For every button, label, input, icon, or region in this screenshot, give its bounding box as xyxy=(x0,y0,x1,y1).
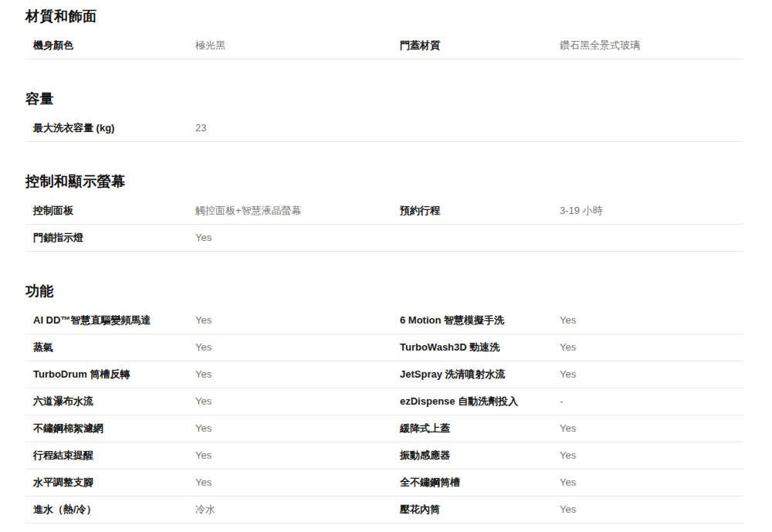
spec-pair-right: 振動感應器 Yes xyxy=(400,449,743,462)
product-spec-page: 材質和飾面 機身顏色 極光黑 門蓋材質 鑽石黑全景式玻璃 容量 最大洗衣容量 (… xyxy=(0,0,772,532)
spec-pair-left: TurboDrum 筒槽反轉 Yes xyxy=(25,368,400,381)
spec-pair-left: 門鎖指示燈 Yes xyxy=(25,232,400,244)
spec-value: Yes xyxy=(560,476,743,489)
spec-pair-left: 行程結束提醒 Yes xyxy=(25,449,400,462)
spec-pair-right: ezDispense 自動洗劑投入 - xyxy=(400,395,743,408)
spec-row: 不鏽鋼棉絮濾網 Yes 緩降式上蓋 Yes xyxy=(25,415,743,442)
spec-value: Yes xyxy=(195,368,400,381)
spec-label: TurboDrum 筒槽反轉 xyxy=(33,368,195,381)
spec-pair-right: 緩降式上蓋 Yes xyxy=(400,422,743,435)
spec-value: 3-19 小時 xyxy=(560,205,743,217)
spec-value: 極光黑 xyxy=(195,39,400,52)
spec-value: Yes xyxy=(560,422,743,435)
spec-pair-left: 最大洗衣容量 (kg) 23 xyxy=(25,122,400,134)
spec-pair-left: 六道瀑布水流 Yes xyxy=(25,395,400,408)
spec-value: Yes xyxy=(195,314,400,327)
spec-label: ezDispense 自動洗劑投入 xyxy=(400,395,560,408)
spec-pair-left: 進水（熱/冷） 冷水 xyxy=(25,503,400,516)
spec-value: Yes xyxy=(560,341,743,354)
spec-section: 功能 AI DD™智慧直驅變頻馬達 Yes 6 Motion 智慧模擬手洗 Ye… xyxy=(25,284,743,524)
spec-value: Yes xyxy=(560,368,743,381)
spec-row: 蒸氣 Yes TurboWash3D 勁速洗 Yes xyxy=(25,334,743,361)
spec-label: 全不鏽鋼筒槽 xyxy=(400,476,560,489)
spec-pair-right: JetSpray 洗清噴射水流 Yes xyxy=(400,368,743,381)
spec-row: 機身顏色 極光黑 門蓋材質 鑽石黑全景式玻璃 xyxy=(25,32,743,59)
spec-row: 行程結束提醒 Yes 振動感應器 Yes xyxy=(25,442,743,469)
spec-label: 壓花內筒 xyxy=(400,503,560,516)
spec-pair-left: 不鏽鋼棉絮濾網 Yes xyxy=(25,422,400,435)
spec-value: 鑽石黑全景式玻璃 xyxy=(560,39,743,52)
spec-label: 緩降式上蓋 xyxy=(400,422,560,435)
spec-row: 最大洗衣容量 (kg) 23 xyxy=(25,115,743,142)
spec-label: 行程結束提醒 xyxy=(33,449,195,462)
spec-label: JetSpray 洗清噴射水流 xyxy=(400,368,560,381)
spec-row: 進水（熱/冷） 冷水 壓花內筒 Yes xyxy=(25,496,743,524)
spec-label: AI DD™智慧直驅變頻馬達 xyxy=(33,314,195,327)
spec-value: - xyxy=(560,395,743,408)
section-rows: 機身顏色 極光黑 門蓋材質 鑽石黑全景式玻璃 xyxy=(25,32,743,59)
spec-label: 蒸氣 xyxy=(33,341,195,354)
section-title: 容量 xyxy=(25,92,743,115)
spec-value: Yes xyxy=(195,476,400,489)
spec-label: 振動感應器 xyxy=(400,449,560,462)
spec-value: Yes xyxy=(560,503,743,516)
spec-pair-left: 機身顏色 極光黑 xyxy=(25,39,400,52)
spec-sections: 材質和飾面 機身顏色 極光黑 門蓋材質 鑽石黑全景式玻璃 容量 最大洗衣容量 (… xyxy=(25,9,743,524)
section-title: 控制和顯示螢幕 xyxy=(25,175,743,198)
spec-label: 門蓋材質 xyxy=(400,39,560,52)
spec-pair-right: 全不鏽鋼筒槽 Yes xyxy=(400,476,743,489)
spec-label: 進水（熱/冷） xyxy=(33,503,195,516)
spec-value: Yes xyxy=(195,395,400,408)
spec-value: Yes xyxy=(195,341,400,354)
spec-pair-right: 預約行程 3-19 小時 xyxy=(400,205,743,217)
spec-value: Yes xyxy=(195,449,400,462)
spec-pair-left: 蒸氣 Yes xyxy=(25,341,400,354)
spec-value: 冷水 xyxy=(195,503,400,516)
spec-row: TurboDrum 筒槽反轉 Yes JetSpray 洗清噴射水流 Yes xyxy=(25,361,743,388)
spec-label: 六道瀑布水流 xyxy=(33,395,195,408)
section-rows: AI DD™智慧直驅變頻馬達 Yes 6 Motion 智慧模擬手洗 Yes 蒸… xyxy=(25,307,743,524)
spec-value: Yes xyxy=(560,314,743,327)
spec-section: 容量 最大洗衣容量 (kg) 23 xyxy=(25,92,743,142)
spec-pair-left: AI DD™智慧直驅變頻馬達 Yes xyxy=(25,314,400,327)
spec-label: 機身顏色 xyxy=(33,39,195,52)
spec-label: 不鏽鋼棉絮濾網 xyxy=(33,422,195,435)
spec-label: 預約行程 xyxy=(400,205,560,217)
spec-pair-left: 水平調整支腳 Yes xyxy=(25,476,400,489)
spec-pair-left: 控制面板 觸控面板+智慧液晶螢幕 xyxy=(25,205,400,217)
spec-pair-right: TurboWash3D 勁速洗 Yes xyxy=(400,341,743,354)
section-rows: 控制面板 觸控面板+智慧液晶螢幕 預約行程 3-19 小時 門鎖指示燈 Yes xyxy=(25,198,743,252)
spec-label: TurboWash3D 勁速洗 xyxy=(400,341,560,354)
section-title: 功能 xyxy=(25,284,743,307)
spec-row: AI DD™智慧直驅變頻馬達 Yes 6 Motion 智慧模擬手洗 Yes xyxy=(25,307,743,334)
spec-row: 門鎖指示燈 Yes xyxy=(25,225,743,252)
spec-section: 控制和顯示螢幕 控制面板 觸控面板+智慧液晶螢幕 預約行程 3-19 小時 門鎖… xyxy=(25,175,743,252)
spec-row: 控制面板 觸控面板+智慧液晶螢幕 預約行程 3-19 小時 xyxy=(25,198,743,225)
spec-row: 水平調整支腳 Yes 全不鏽鋼筒槽 Yes xyxy=(25,469,743,496)
spec-value: Yes xyxy=(195,232,400,244)
spec-pair-right: 門蓋材質 鑽石黑全景式玻璃 xyxy=(400,39,743,52)
section-rows: 最大洗衣容量 (kg) 23 xyxy=(25,115,743,142)
spec-pair-right: 壓花內筒 Yes xyxy=(400,503,743,516)
spec-label: 水平調整支腳 xyxy=(33,476,195,489)
section-title: 材質和飾面 xyxy=(25,9,743,32)
spec-value: 觸控面板+智慧液晶螢幕 xyxy=(195,205,400,217)
spec-label: 門鎖指示燈 xyxy=(33,232,195,244)
spec-value: 23 xyxy=(195,122,400,134)
spec-pair-right: 6 Motion 智慧模擬手洗 Yes xyxy=(400,314,743,327)
spec-section: 材質和飾面 機身顏色 極光黑 門蓋材質 鑽石黑全景式玻璃 xyxy=(25,9,743,59)
spec-row: 六道瀑布水流 Yes ezDispense 自動洗劑投入 - xyxy=(25,388,743,415)
spec-label: 6 Motion 智慧模擬手洗 xyxy=(400,314,560,327)
spec-value: Yes xyxy=(560,449,743,462)
spec-label: 控制面板 xyxy=(33,205,195,217)
spec-value: Yes xyxy=(195,422,400,435)
spec-label: 最大洗衣容量 (kg) xyxy=(33,122,195,134)
